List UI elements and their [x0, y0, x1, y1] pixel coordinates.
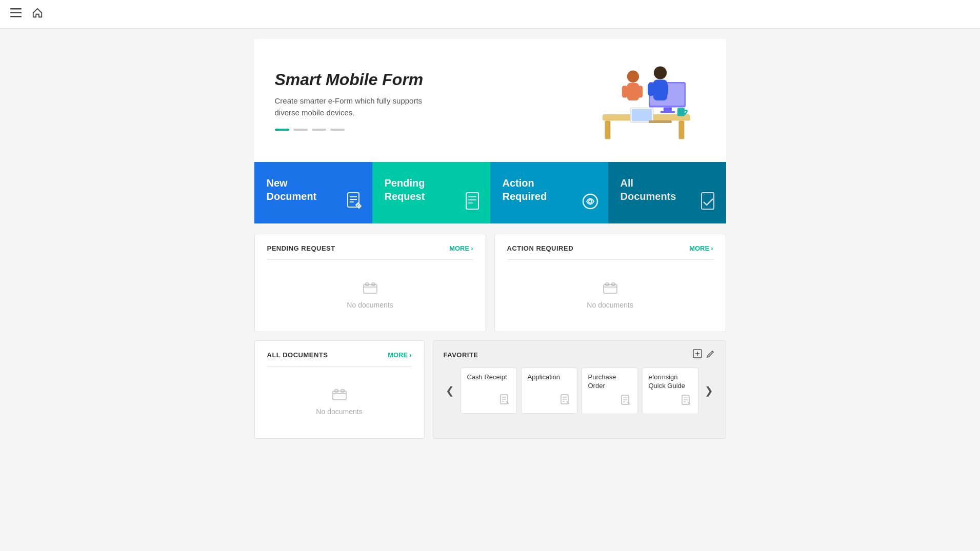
all-docs-empty: No documents	[267, 377, 412, 428]
fav-item-application-icon	[559, 394, 571, 408]
action-required-card: ACTION REQUIRED MORE › No documents	[494, 234, 726, 332]
action-required-more[interactable]: MORE ›	[689, 244, 713, 252]
favorite-items: ❮ Cash Receipt Application	[444, 368, 715, 414]
dot-3[interactable]	[312, 129, 326, 131]
svg-rect-0	[10, 8, 22, 10]
quick-actions: NewDocument PendingRequest	[254, 162, 726, 223]
fav-item-eformsign-guide-icon	[681, 395, 692, 409]
fav-item-application[interactable]: Application	[521, 368, 577, 414]
pending-request-more[interactable]: MORE ›	[449, 244, 473, 252]
fav-item-eformsign-guide-name: eformsign Quick Guide	[649, 373, 692, 391]
tile-all-documents[interactable]: AllDocuments	[608, 162, 726, 223]
favorite-card: FAVORITE	[433, 340, 726, 439]
tile-action-required[interactable]: ActionRequired	[490, 162, 608, 223]
svg-rect-20	[677, 108, 684, 116]
carousel-next-button[interactable]: ❯	[703, 382, 715, 399]
hamburger-icon[interactable]	[10, 8, 22, 20]
svg-rect-4	[605, 121, 610, 139]
svg-point-32	[589, 200, 592, 203]
svg-rect-17	[637, 86, 643, 97]
svg-rect-8	[663, 108, 671, 111]
svg-rect-1	[10, 12, 22, 14]
fav-item-cash-receipt-name: Cash Receipt	[467, 373, 510, 382]
banner: Smart Mobile Form Create smarter e-Form …	[254, 39, 726, 162]
fav-item-application-name: Application	[528, 373, 571, 382]
svg-rect-34	[364, 284, 377, 293]
pending-request-card: PENDING REQUEST MORE › No documents	[254, 234, 486, 332]
all-documents-title: ALL DOCUMENTS	[267, 351, 328, 359]
action-required-title: ACTION REQUIRED	[507, 244, 574, 252]
action-required-header: ACTION REQUIRED MORE ›	[507, 244, 713, 260]
no-docs-icon	[363, 282, 377, 297]
dot-1[interactable]	[275, 129, 289, 131]
svg-rect-38	[604, 284, 617, 293]
carousel-prev-button[interactable]: ❮	[444, 382, 456, 399]
main-content: Smart Mobile Form Create smarter e-Form …	[244, 29, 736, 449]
fav-item-cash-receipt-icon	[499, 394, 510, 408]
svg-rect-9	[660, 111, 675, 113]
banner-subtitle: Create smarter e-Form which fully suppor…	[275, 95, 449, 118]
svg-rect-21	[649, 120, 672, 123]
fav-item-purchase-order-name: Purchase Order	[588, 373, 631, 391]
all-documents-more[interactable]: MORE ›	[388, 351, 411, 359]
favorite-actions	[693, 349, 715, 360]
all-docs-no-docs-icon	[332, 389, 347, 403]
svg-point-10	[653, 66, 666, 79]
fav-item-purchase-order-icon	[620, 395, 631, 409]
svg-rect-2	[10, 16, 22, 17]
home-icon[interactable]	[32, 7, 43, 21]
banner-illustration	[583, 54, 706, 147]
bottom-row: ALL DOCUMENTS MORE › No documents	[254, 340, 726, 439]
fav-item-purchase-order[interactable]: Purchase Order	[582, 368, 638, 414]
tile-pending-request[interactable]: PendingRequest	[372, 162, 490, 223]
action-no-docs-icon	[603, 282, 617, 297]
all-documents-card: ALL DOCUMENTS MORE › No documents	[254, 340, 425, 439]
fav-item-eformsign-guide[interactable]: eformsign Quick Guide	[642, 368, 698, 414]
action-required-icon	[581, 192, 600, 215]
banner-text: Smart Mobile Form Create smarter e-Form …	[275, 70, 449, 131]
banner-title: Smart Mobile Form	[275, 70, 449, 89]
pending-request-header: PENDING REQUEST MORE ›	[267, 244, 473, 260]
all-docs-no-docs-text: No documents	[316, 407, 362, 416]
svg-rect-16	[622, 86, 627, 97]
svg-rect-27	[466, 193, 478, 209]
tile-new-document[interactable]: NewDocument	[254, 162, 372, 223]
pending-request-title: PENDING REQUEST	[267, 244, 335, 252]
favorite-header: FAVORITE	[444, 349, 715, 360]
svg-rect-19	[631, 109, 652, 121]
svg-rect-13	[662, 83, 668, 96]
favorite-add-button[interactable]	[693, 349, 702, 360]
pending-request-empty: No documents	[267, 270, 473, 321]
svg-point-14	[627, 71, 638, 83]
svg-rect-5	[678, 121, 684, 139]
favorite-edit-button[interactable]	[706, 349, 715, 360]
dot-4[interactable]	[330, 129, 345, 131]
favorite-title: FAVORITE	[444, 351, 478, 359]
action-no-docs-text: No documents	[587, 301, 633, 309]
svg-rect-12	[648, 83, 654, 96]
svg-line-49	[712, 351, 713, 352]
pending-request-icon	[463, 192, 482, 215]
action-required-empty: No documents	[507, 270, 713, 321]
pending-no-docs-text: No documents	[347, 301, 393, 309]
middle-cards-row: PENDING REQUEST MORE › No documents	[254, 234, 726, 332]
all-documents-header: ALL DOCUMENTS MORE ›	[267, 351, 412, 366]
banner-dots	[275, 129, 449, 131]
svg-rect-33	[702, 193, 714, 209]
new-document-icon	[345, 192, 364, 215]
top-nav	[0, 0, 980, 29]
dot-2[interactable]	[293, 129, 308, 131]
all-documents-icon	[698, 192, 718, 215]
svg-point-31	[583, 194, 597, 209]
fav-item-cash-receipt[interactable]: Cash Receipt	[461, 368, 517, 414]
svg-rect-42	[333, 391, 346, 400]
